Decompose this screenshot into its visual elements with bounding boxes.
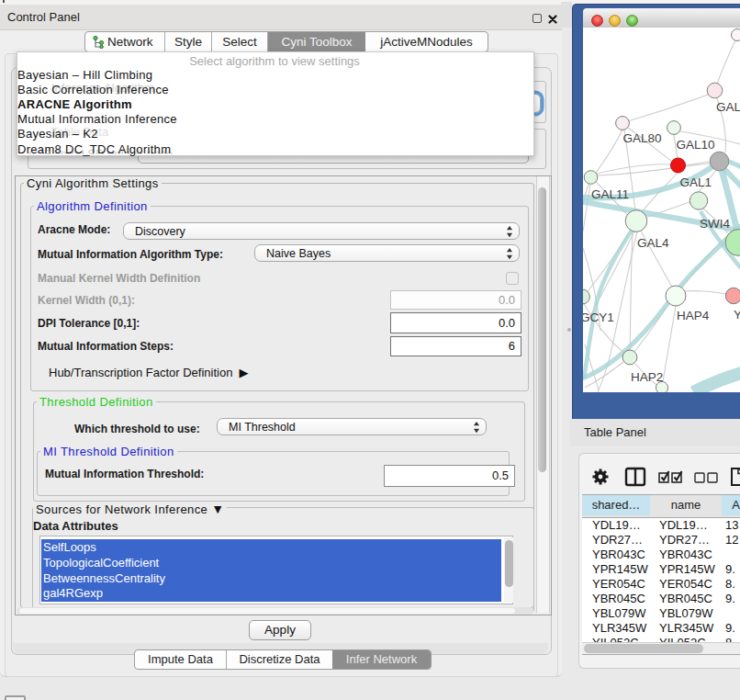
svg-text:Y: Y	[734, 308, 740, 322]
svg-text:SWI4: SWI4	[700, 217, 730, 231]
svg-text:GAL80: GAL80	[623, 131, 662, 145]
svg-text:GAL1: GAL1	[680, 175, 712, 189]
svg-text:GAL10: GAL10	[677, 138, 715, 152]
svg-text:HAP4: HAP4	[677, 309, 710, 322]
svg-text:GAL7: GAL7	[716, 100, 740, 114]
svg-text:GAL4: GAL4	[637, 236, 669, 250]
svg-text:GCY1: GCY1	[583, 310, 614, 324]
svg-text:GAL11: GAL11	[591, 187, 629, 201]
svg-text:HAP2: HAP2	[631, 370, 663, 384]
